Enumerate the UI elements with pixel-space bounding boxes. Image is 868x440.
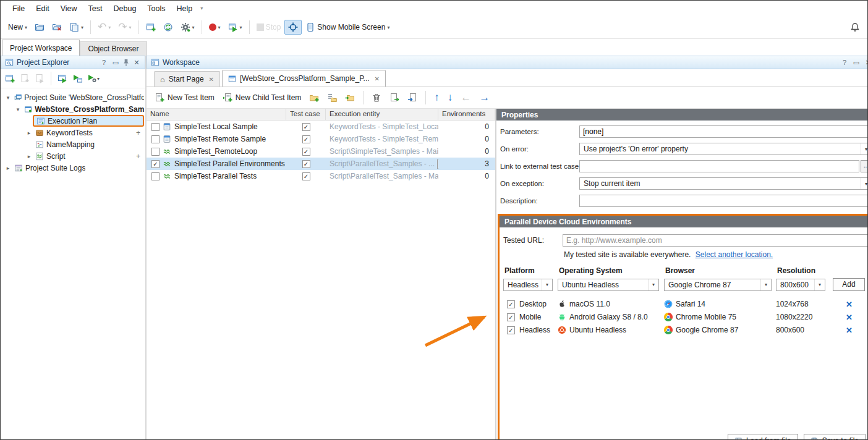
add-child-icon[interactable]: + [136, 129, 144, 137]
remove-environment-button[interactable]: ✕ [846, 300, 853, 309]
environment-row[interactable]: ✓Mobile Android Galaxy S8 / 8.0 Chrome M… [503, 311, 868, 323]
tab-start-page[interactable]: ⌂ Start Page ✕ [154, 71, 220, 87]
test-case-checkbox[interactable]: ✓ [302, 123, 310, 131]
tree-node-project[interactable]: ▾ WebStore_CrossPlatform_Sam... [1, 103, 145, 115]
table-row-selected[interactable]: ✓ SimpleTest Parallel Environments ✓ Scr… [147, 158, 495, 170]
run-item-button[interactable] [33, 72, 46, 85]
menu-help[interactable]: Help [171, 2, 198, 15]
web-testing-button[interactable] [160, 20, 177, 35]
description-field[interactable] [579, 195, 868, 207]
expander-icon[interactable]: ▾ [4, 95, 12, 101]
outdent-button[interactable]: ← [457, 91, 474, 104]
add-environment-button[interactable]: Add [833, 278, 865, 291]
open-button[interactable] [31, 20, 48, 35]
link-external-test-case-field[interactable] [579, 160, 859, 172]
indent-button[interactable]: → [476, 91, 493, 104]
on-error-select[interactable]: Use project's 'On error' property▾ [579, 143, 868, 155]
menu-view[interactable]: View [55, 2, 83, 15]
add-child-icon[interactable]: + [136, 152, 144, 161]
stop-button[interactable]: Stop [253, 20, 285, 34]
tree-node-keywordtests[interactable]: ▸ KeywordTests + [1, 127, 145, 138]
float-window-icon[interactable]: ▭ [852, 59, 861, 67]
redo-button[interactable]: ↷ ▾ [114, 20, 135, 35]
remove-environment-button[interactable]: ✕ [846, 326, 853, 335]
add-group-button[interactable] [306, 91, 322, 104]
platform-select[interactable]: Headless▾ [503, 279, 553, 291]
menu-edit[interactable]: Edit [30, 2, 55, 15]
move-to-group-button[interactable] [342, 91, 358, 104]
environment-checkbox[interactable]: ✓ [507, 300, 515, 308]
table-row[interactable]: SimpleTest Local Sample ✓ KeywordTests -… [147, 121, 495, 133]
tree-node-project-suite[interactable]: ▾ Project Suite 'WebStore_CrossPlatform.… [1, 91, 145, 103]
menu-debug[interactable]: Debug [108, 2, 142, 15]
on-exception-select[interactable]: Stop current item▾ [579, 177, 868, 190]
add-new-item-button[interactable] [3, 72, 17, 85]
tab-object-browser[interactable]: Object Browser [80, 41, 147, 56]
add-existing-item-button[interactable] [18, 72, 32, 85]
parameters-field[interactable] [579, 125, 868, 138]
tested-url-input[interactable] [563, 234, 868, 247]
close-icon[interactable]: ✕ [132, 59, 141, 67]
environment-checkbox[interactable]: ✓ [507, 313, 515, 321]
menu-file[interactable]: File [7, 2, 30, 15]
row-enabled-checkbox[interactable] [151, 123, 160, 131]
close-button[interactable] [48, 20, 66, 35]
group-list-button[interactable] [324, 91, 340, 104]
move-up-button[interactable]: ↑ [431, 91, 443, 104]
row-enabled-checkbox[interactable]: ✓ [151, 160, 160, 168]
new-child-test-item-button[interactable]: New Child Test Item [219, 91, 304, 104]
test-case-checkbox[interactable]: ✓ [302, 172, 310, 180]
load-from-file-button[interactable]: Load from file [728, 434, 798, 440]
expander-icon[interactable]: ▾ [14, 106, 22, 112]
run-button[interactable]: ▾ [224, 20, 246, 35]
table-row[interactable]: SimpleTest Remote Sample ✓ KeywordTests … [147, 133, 495, 145]
row-enabled-checkbox[interactable] [151, 148, 160, 156]
operating-system-select[interactable]: Ubuntu Headless▾ [558, 279, 659, 291]
menubar-overflow-caret[interactable]: ▾ [200, 6, 203, 11]
options-button[interactable]: ▾ [177, 20, 198, 35]
run-project-button[interactable] [70, 72, 84, 85]
move-down-button[interactable]: ↓ [445, 91, 456, 104]
tree-node-execution-plan[interactable]: Execution Plan [1, 115, 145, 127]
select-another-location-link[interactable]: Select another location. [696, 250, 773, 259]
table-row[interactable]: SimpleTest_RemoteLoop ✓ Script\SimpleTes… [147, 145, 495, 158]
float-window-icon[interactable]: ▭ [111, 59, 120, 67]
row-enabled-checkbox[interactable] [151, 172, 160, 180]
resolution-select[interactable]: 800x600▾ [776, 279, 825, 291]
column-header-test-case[interactable]: Test case [286, 109, 326, 120]
new-button[interactable]: New ▾ [4, 20, 31, 34]
menu-tools[interactable]: Tools [142, 2, 171, 15]
tree-node-namemapping[interactable]: NameMapping [1, 138, 145, 150]
add-new-item-button[interactable] [142, 20, 160, 35]
remove-environment-button[interactable]: ✕ [846, 313, 853, 322]
move-items-button[interactable] [404, 91, 420, 104]
help-icon[interactable]: ? [100, 59, 108, 66]
save-to-file-button[interactable]: Save to file [804, 434, 866, 440]
point-and-fix-toggle[interactable] [284, 20, 302, 35]
browse-ellipsis-button[interactable]: ... [861, 160, 868, 172]
column-header-name[interactable]: Name [147, 109, 286, 120]
menu-test[interactable]: Test [83, 2, 108, 15]
browser-select[interactable]: Google Chrome 87▾ [664, 279, 772, 291]
row-enabled-checkbox[interactable] [151, 135, 160, 143]
expander-icon[interactable]: ▸ [25, 130, 33, 136]
delete-button[interactable] [368, 91, 385, 104]
environment-checkbox[interactable]: ✓ [507, 326, 515, 334]
show-mobile-screen-button[interactable]: Show Mobile Screen ▾ [302, 20, 393, 35]
help-icon[interactable]: ? [840, 59, 849, 66]
copy-items-button[interactable] [386, 91, 402, 104]
tree-node-script[interactable]: ▸ Script + [1, 150, 145, 162]
column-header-environments[interactable]: Environments [438, 109, 495, 120]
pin-icon[interactable] [123, 59, 129, 67]
new-test-item-button[interactable]: New Test Item [151, 91, 218, 104]
test-case-checkbox[interactable]: ✓ [302, 135, 310, 143]
run-project-suite-button[interactable] [56, 72, 69, 85]
test-case-checkbox[interactable]: ✓ [302, 160, 310, 168]
close-tab-icon[interactable]: ✕ [209, 76, 214, 83]
expander-icon[interactable]: ▸ [4, 165, 12, 171]
environment-row[interactable]: ✓Desktop macOS 11.0 Safari 14 1024x768 ✕ [503, 298, 868, 310]
environment-row[interactable]: ✓Headless Ubuntu Headless Google Chrome … [503, 324, 868, 336]
run-with-options-button[interactable]: ▾ [85, 72, 101, 85]
expander-icon[interactable]: ▸ [25, 153, 33, 159]
save-all-button[interactable]: ▾ [66, 20, 87, 35]
